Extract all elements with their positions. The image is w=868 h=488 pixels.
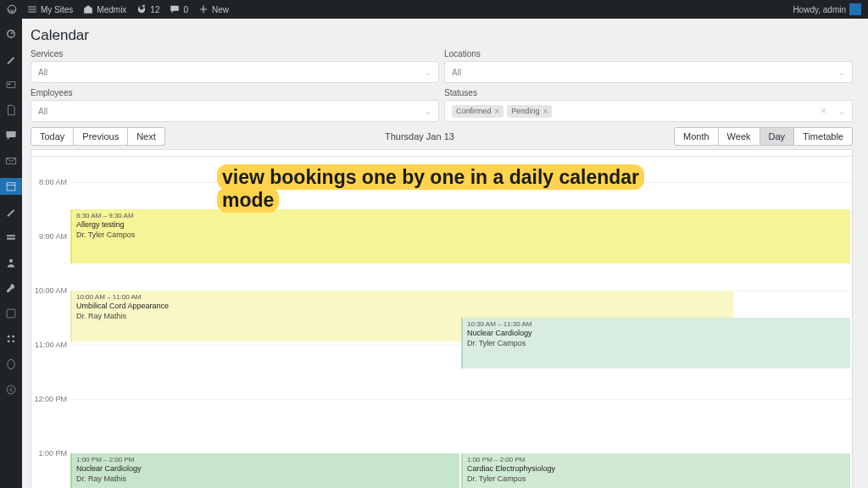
sidebar-posts[interactable] xyxy=(0,51,22,68)
remove-tag-icon[interactable]: × xyxy=(495,107,500,116)
statuses-select[interactable]: Confirmed×Pending× × ⌄ xyxy=(444,100,853,122)
event-title: Nuclear Cardiology xyxy=(76,464,455,474)
employees-label: Employees xyxy=(31,88,439,97)
calendar-event[interactable]: 10:30 AM – 11:30 AMNuclear CardiologyDr.… xyxy=(461,318,850,369)
time-label: 12:00 PM xyxy=(34,395,67,403)
gridline xyxy=(70,399,852,400)
event-title: Allergy testing xyxy=(76,220,846,230)
main-content: Calendar Services All⌄ Locations All⌄ Em… xyxy=(22,19,868,488)
sidebar-item-13[interactable] xyxy=(0,356,22,373)
updates-link[interactable]: 12 xyxy=(136,4,159,14)
sidebar-dashboard[interactable] xyxy=(0,25,22,42)
status-tag-label: Pending xyxy=(511,107,539,115)
svg-point-7 xyxy=(8,336,10,338)
event-subtitle: Dr. Tyler Campos xyxy=(76,230,846,241)
admin-sidebar xyxy=(0,19,22,488)
comments-count: 0 xyxy=(183,5,188,14)
site-name-label: Medmix xyxy=(97,5,126,14)
sidebar-item-12[interactable] xyxy=(0,330,22,347)
svg-point-11 xyxy=(7,385,15,394)
calendar-event[interactable]: 1:00 PM – 2:00 PMNuclear CardiologyDr. R… xyxy=(70,453,459,488)
services-select[interactable]: All⌄ xyxy=(31,61,439,83)
annotation-text: view bookings one by one in a daily cale… xyxy=(217,164,644,213)
sidebar-item-8[interactable] xyxy=(0,229,22,246)
sidebar-contact[interactable] xyxy=(0,152,22,169)
time-label: 10:00 AM xyxy=(35,286,67,295)
event-title: Umbilical Cord Appearance xyxy=(76,302,729,312)
sidebar-comments[interactable] xyxy=(0,127,22,144)
status-tag-label: Confirmed xyxy=(456,107,492,115)
my-sites-label: My Sites xyxy=(41,5,73,14)
new-content-link[interactable]: New xyxy=(198,4,229,14)
sidebar-item-7[interactable] xyxy=(0,203,22,220)
svg-rect-2 xyxy=(7,82,15,88)
employees-select[interactable]: All⌄ xyxy=(31,100,439,122)
current-date: Thursday Jan 13 xyxy=(385,131,454,141)
time-label: 1:00 PM xyxy=(38,449,67,458)
timetable-view-button[interactable]: Timetable xyxy=(794,127,853,146)
my-sites-link[interactable]: My Sites xyxy=(27,4,73,14)
howdy-account[interactable]: Howdy, admin xyxy=(793,3,861,15)
view-button-group: Month Week Day Timetable xyxy=(674,127,853,146)
locations-select[interactable]: All⌄ xyxy=(444,61,853,83)
services-value: All xyxy=(38,68,47,77)
svg-point-8 xyxy=(12,336,14,338)
svg-point-10 xyxy=(12,340,14,342)
previous-button[interactable]: Previous xyxy=(74,127,128,146)
howdy-label: Howdy, admin xyxy=(793,5,846,14)
updates-count: 12 xyxy=(150,5,159,14)
sidebar-pages[interactable] xyxy=(0,102,22,119)
allday-row xyxy=(31,150,852,157)
sidebar-calendar[interactable] xyxy=(0,178,22,195)
wp-admin-bar: My Sites Medmix 12 0 New Howdy, admin xyxy=(0,0,868,19)
locations-label: Locations xyxy=(444,49,853,58)
chevron-down-icon: ⌄ xyxy=(838,107,845,116)
wp-logo-icon[interactable] xyxy=(7,4,17,14)
page-title: Calendar xyxy=(31,27,853,44)
remove-tag-icon[interactable]: × xyxy=(542,107,548,116)
calendar-toolbar: Today Previous Next Thursday Jan 13 Mont… xyxy=(31,127,853,146)
site-name-link[interactable]: Medmix xyxy=(83,4,126,14)
event-subtitle: Dr. Tyler Campos xyxy=(467,474,846,485)
sidebar-tools[interactable] xyxy=(0,280,22,297)
month-view-button[interactable]: Month xyxy=(674,127,719,146)
next-button[interactable]: Next xyxy=(128,127,165,146)
sidebar-media[interactable] xyxy=(0,76,22,93)
svg-rect-6 xyxy=(7,309,15,318)
time-label: 9:00 AM xyxy=(39,232,67,241)
clear-statuses-icon[interactable]: × xyxy=(821,105,826,117)
nav-button-group: Today Previous Next xyxy=(31,127,165,146)
sidebar-users[interactable] xyxy=(0,254,22,271)
chevron-down-icon: ⌄ xyxy=(838,68,845,77)
sidebar-collapse[interactable] xyxy=(0,381,22,398)
event-title: Cardiac Electrophysiology xyxy=(467,464,846,474)
calendar-event[interactable]: 1:00 PM – 2:00 PMCardiac Electrophysiolo… xyxy=(461,453,850,488)
employees-value: All xyxy=(38,107,47,116)
event-time: 10:30 AM – 11:30 AM xyxy=(467,320,846,329)
event-subtitle: Dr. Ray Mathis xyxy=(76,474,455,485)
event-time: 1:00 PM – 2:00 PM xyxy=(76,456,455,464)
statuses-label: Statuses xyxy=(444,88,853,97)
svg-point-3 xyxy=(8,83,10,85)
calendar-event[interactable]: 8:30 AM – 9:30 AMAllergy testingDr. Tyle… xyxy=(70,209,850,263)
today-button[interactable]: Today xyxy=(31,127,74,146)
event-time: 10:00 AM – 11:00 AM xyxy=(76,293,729,302)
services-label: Services xyxy=(31,49,439,58)
svg-point-9 xyxy=(8,340,10,342)
filter-row-2: Employees All⌄ Statuses Confirmed×Pendin… xyxy=(31,88,853,122)
event-time: 1:00 PM – 2:00 PM xyxy=(467,456,846,464)
week-view-button[interactable]: Week xyxy=(719,127,760,146)
chevron-down-icon: ⌄ xyxy=(425,68,431,77)
sidebar-item-11[interactable] xyxy=(0,305,22,322)
day-view-button[interactable]: Day xyxy=(760,127,795,146)
status-tag: Pending× xyxy=(507,105,552,118)
comments-link[interactable]: 0 xyxy=(170,4,188,14)
event-title: Nuclear Cardiology xyxy=(467,329,846,339)
locations-value: All xyxy=(452,68,461,77)
svg-rect-4 xyxy=(7,183,15,191)
chevron-down-icon: ⌄ xyxy=(425,107,431,116)
annotation-overlay: view bookings one by one in a daily cale… xyxy=(217,166,651,212)
time-label: 8:00 AM xyxy=(39,178,67,186)
filter-row-1: Services All⌄ Locations All⌄ xyxy=(31,49,853,83)
avatar xyxy=(849,3,861,15)
